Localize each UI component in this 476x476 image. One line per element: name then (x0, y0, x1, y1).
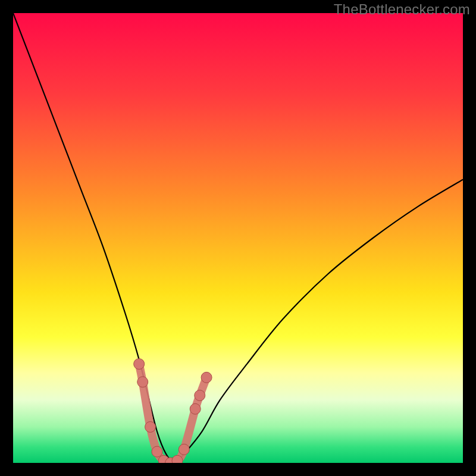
marker-point (201, 372, 212, 383)
watermark-text: TheBottlenecker.com (334, 1, 470, 18)
marker-point (152, 446, 162, 457)
marker-point (145, 422, 156, 433)
chart-frame: TheBottlenecker.com (0, 0, 476, 476)
marker-point (134, 359, 145, 369)
plot-area (13, 13, 463, 463)
marker-point (172, 455, 183, 463)
marker-point (195, 390, 205, 401)
gradient-background (13, 13, 463, 463)
bottleneck-chart (13, 13, 463, 463)
marker-point (137, 377, 148, 387)
marker-point (178, 444, 189, 455)
marker-point (190, 403, 201, 414)
